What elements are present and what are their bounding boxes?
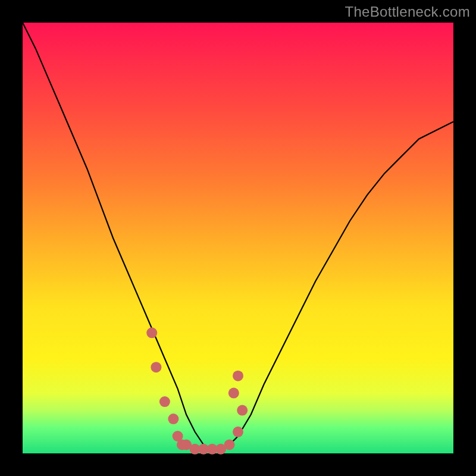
highlight-dot bbox=[224, 440, 235, 450]
watermark-text: TheBottleneck.com bbox=[345, 4, 470, 20]
highlight-dot bbox=[233, 371, 243, 381]
highlight-dot bbox=[151, 362, 161, 372]
highlight-dot bbox=[159, 396, 170, 407]
plot-area bbox=[23, 23, 453, 453]
highlight-dot bbox=[168, 414, 178, 424]
chart-stage: TheBottleneck.com bbox=[0, 0, 476, 476]
highlight-dot bbox=[237, 405, 248, 416]
bottleneck-curve bbox=[23, 23, 453, 449]
highlight-dot bbox=[146, 327, 157, 338]
highlight-dot bbox=[233, 427, 243, 437]
highlight-dot bbox=[228, 388, 239, 399]
curve-layer bbox=[23, 23, 453, 453]
